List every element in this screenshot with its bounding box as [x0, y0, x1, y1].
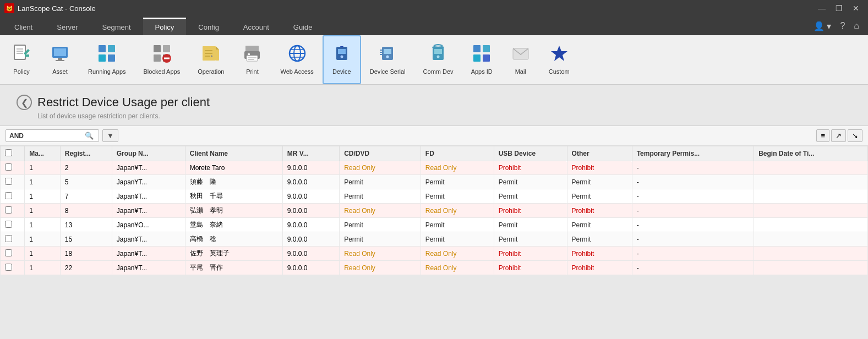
- close-button[interactable]: ✕: [848, 3, 864, 14]
- nav-tab-policy[interactable]: Policy: [143, 18, 187, 35]
- nav-tab-config[interactable]: Config: [186, 18, 231, 35]
- table-row[interactable]: 1 2 Japan¥T... Morete Taro 9.0.0.0 Read …: [1, 161, 868, 175]
- row-group: Japan¥T...: [112, 189, 185, 204]
- row-usb: Permit: [494, 175, 567, 189]
- table-row[interactable]: 1 22 Japan¥T... 平尾 晋作 9.0.0.0 Read Only …: [1, 261, 868, 275]
- list-view-button[interactable]: ≡: [816, 129, 829, 142]
- toolbar-web-access[interactable]: Web Access: [271, 35, 322, 84]
- row-check[interactable]: [1, 232, 25, 247]
- svg-rect-17: [154, 54, 161, 62]
- row-regist: 15: [60, 232, 112, 247]
- home-button[interactable]: ⌂: [850, 20, 862, 32]
- table-row[interactable]: 1 5 Japan¥T... 須藤 隆 9.0.0.0 Permit Permi…: [1, 175, 868, 189]
- th-mrv[interactable]: MR V...: [282, 146, 339, 161]
- toolbar: Policy Asset Running Apps Blocked Apps O…: [0, 35, 868, 85]
- svg-point-51: [437, 56, 440, 58]
- row-other: Permit: [567, 189, 632, 204]
- row-client: 堂島 奈緒: [185, 218, 282, 232]
- table-row[interactable]: 1 7 Japan¥T... 秋田 千尋 9.0.0.0 Permit Perm…: [1, 189, 868, 204]
- row-check[interactable]: [1, 204, 25, 218]
- row-ma: 1: [25, 189, 60, 204]
- select-all-checkbox[interactable]: [5, 149, 12, 156]
- title-bar-controls: — ❐ ✕: [814, 3, 864, 14]
- toolbar-asset[interactable]: Asset: [41, 35, 79, 84]
- table-row[interactable]: 1 8 Japan¥T... 弘瀬 孝明 9.0.0.0 Read Only R…: [1, 204, 868, 218]
- nav-tab-account[interactable]: Account: [231, 18, 281, 35]
- toolbar-mail[interactable]: Mail: [501, 35, 540, 84]
- page-title-row: ❮ Restrict Device Usage per client: [17, 95, 851, 110]
- row-begin: [754, 175, 868, 189]
- th-temp[interactable]: Temporary Permis...: [632, 146, 754, 161]
- row-begin: [754, 261, 868, 275]
- content-area: ❮ Restrict Device Usage per client List …: [0, 85, 868, 339]
- th-client[interactable]: Client Name: [185, 146, 282, 161]
- nav-right: 👤 ▾ ? ⌂: [810, 17, 866, 35]
- th-other[interactable]: Other: [567, 146, 632, 161]
- toolbar-running-apps[interactable]: Running Apps: [79, 35, 135, 84]
- nav-tab-server[interactable]: Server: [45, 18, 90, 35]
- table-row[interactable]: 1 15 Japan¥T... 高橋 稔 9.0.0.0 Permit Perm…: [1, 232, 868, 247]
- svg-rect-23: [216, 50, 219, 61]
- th-begin[interactable]: Begin Date of Ti...: [754, 146, 868, 161]
- toolbar-device-serial[interactable]: Device Serial: [361, 35, 414, 84]
- toolbar-operation[interactable]: Operation: [189, 35, 233, 84]
- th-usb[interactable]: USB Device: [494, 146, 567, 161]
- toolbar-mail-label: Mail: [515, 68, 526, 75]
- minimize-button[interactable]: —: [814, 3, 830, 14]
- th-regist[interactable]: Regist...: [60, 146, 112, 161]
- th-group[interactable]: Group N...: [112, 146, 185, 161]
- app-icon: 🐱: [4, 3, 14, 13]
- toolbar-device[interactable]: Device: [323, 35, 361, 84]
- row-check[interactable]: [1, 189, 25, 204]
- row-group: Japan¥T...: [112, 247, 185, 261]
- row-check[interactable]: [1, 261, 25, 275]
- row-other: Prohibit: [567, 247, 632, 261]
- search-button[interactable]: 🔍: [83, 131, 95, 140]
- row-mrv: 9.0.0.0: [282, 232, 339, 247]
- toolbar-custom[interactable]: Custom: [540, 35, 578, 84]
- svg-rect-32: [248, 57, 256, 58]
- toolbar-apps-id[interactable]: Apps ID: [462, 35, 501, 84]
- row-check[interactable]: [1, 247, 25, 261]
- toolbar-print[interactable]: Print: [233, 35, 271, 84]
- toolbar-comm-dev[interactable]: Comm Dev: [414, 35, 462, 84]
- restore-button[interactable]: ❐: [831, 3, 847, 14]
- row-usb: Prohibit: [494, 247, 567, 261]
- filter-input[interactable]: [26, 132, 81, 140]
- toolbar-asset-label: Asset: [52, 68, 68, 75]
- nav-tab-client[interactable]: Client: [2, 18, 45, 35]
- toolbar-policy[interactable]: Policy: [2, 35, 41, 84]
- row-ma: 1: [25, 261, 60, 275]
- row-cddvd: Permit: [340, 218, 421, 232]
- nav-tab-guide[interactable]: Guide: [281, 18, 325, 35]
- table-scroll[interactable]: Ma... Regist... Group N... Client Name M…: [0, 146, 868, 275]
- row-begin: [754, 204, 868, 218]
- row-ma: 1: [25, 175, 60, 189]
- export-button[interactable]: ↗: [831, 129, 846, 142]
- back-button[interactable]: ❮: [17, 95, 32, 110]
- toolbar-blocked-apps[interactable]: Blocked Apps: [135, 35, 189, 84]
- th-ma[interactable]: Ma...: [25, 146, 60, 161]
- row-client: 高橋 稔: [185, 232, 282, 247]
- row-regist: 5: [60, 175, 112, 189]
- row-check[interactable]: [1, 175, 25, 189]
- user-menu-button[interactable]: 👤 ▾: [810, 20, 834, 32]
- svg-rect-24: [205, 50, 212, 51]
- table-row[interactable]: 1 13 Japan¥O... 堂島 奈緒 9.0.0.0 Permit Per…: [1, 218, 868, 232]
- row-other: Prohibit: [567, 261, 632, 275]
- import-button[interactable]: ↘: [848, 129, 862, 142]
- row-check[interactable]: [1, 218, 25, 232]
- row-check[interactable]: [1, 161, 25, 175]
- row-cddvd: Permit: [340, 175, 421, 189]
- filter-button[interactable]: ▼: [102, 129, 118, 142]
- th-fd[interactable]: FD: [421, 146, 494, 161]
- nav-tab-segment[interactable]: Segment: [90, 18, 143, 35]
- svg-rect-52: [473, 45, 481, 52]
- th-cddvd[interactable]: CD/DVD: [340, 146, 421, 161]
- table-row[interactable]: 1 18 Japan¥T... 佐野 英理子 9.0.0.0 Read Only…: [1, 247, 868, 261]
- help-button[interactable]: ?: [837, 20, 848, 32]
- row-cddvd: Permit: [340, 232, 421, 247]
- svg-rect-44: [384, 49, 391, 54]
- row-group: Japan¥O...: [112, 218, 185, 232]
- th-check[interactable]: [1, 146, 25, 161]
